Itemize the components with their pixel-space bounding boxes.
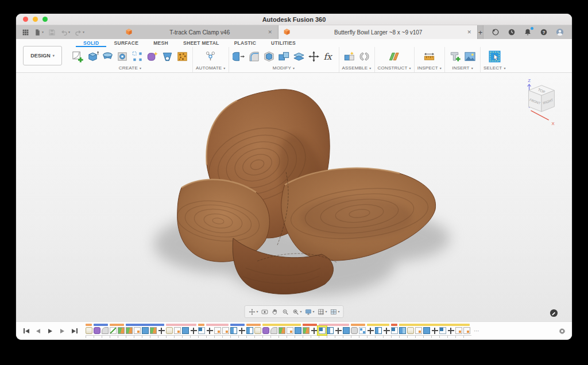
timeline-feature-flag[interactable] bbox=[439, 327, 446, 334]
group-menu-automate[interactable]: AUTOMATE▾ bbox=[196, 65, 226, 72]
timeline-feature-sketch[interactable] bbox=[287, 327, 293, 334]
group-menu-inspect[interactable]: INSPECT▾ bbox=[417, 65, 442, 72]
ribbon-tab-solid[interactable]: SOLID bbox=[76, 40, 106, 47]
loft-button[interactable] bbox=[160, 49, 175, 64]
timeline-feature-plane[interactable] bbox=[150, 327, 157, 334]
model-viewport[interactable]: Z X TOP FRONT RIGHT ▾▾▾▾▾ bbox=[16, 73, 572, 321]
move-copy-button[interactable] bbox=[307, 49, 321, 64]
construction-plane-button[interactable] bbox=[387, 49, 401, 64]
pan-button[interactable] bbox=[270, 308, 279, 316]
file-button[interactable]: ▾ bbox=[33, 28, 45, 37]
timeline-feature-plane[interactable] bbox=[126, 327, 133, 334]
timeline-feature-sketch[interactable] bbox=[455, 327, 462, 334]
timeline-feature-dots[interactable] bbox=[359, 327, 366, 334]
shell-button[interactable] bbox=[262, 49, 276, 64]
zoom-button[interactable] bbox=[281, 308, 289, 316]
history-clock-button[interactable] bbox=[506, 27, 517, 37]
insert-derive-button[interactable] bbox=[448, 49, 462, 64]
timeline-feature-sketch[interactable] bbox=[134, 327, 141, 334]
timeline-feature-form[interactable] bbox=[262, 327, 269, 334]
hole-button[interactable] bbox=[115, 49, 130, 64]
feedback-button[interactable] bbox=[550, 309, 558, 317]
notifications-bell-button[interactable] bbox=[523, 27, 533, 37]
timeline-feature-move[interactable] bbox=[206, 327, 213, 334]
timeline-feature-split[interactable] bbox=[246, 327, 253, 334]
timeline-feature-flag[interactable] bbox=[391, 327, 398, 334]
timeline-feature-fillet[interactable] bbox=[102, 327, 109, 334]
press-pull-button[interactable] bbox=[232, 49, 246, 64]
revolve-button[interactable] bbox=[100, 49, 115, 64]
step-forward-button[interactable] bbox=[58, 327, 67, 335]
group-menu-modify[interactable]: MODIFY▾ bbox=[273, 65, 295, 72]
go-to-start-button[interactable] bbox=[22, 327, 30, 335]
timeline-feature-move[interactable] bbox=[335, 327, 342, 334]
joint-button[interactable] bbox=[357, 49, 372, 64]
group-menu-insert[interactable]: INSERT▾ bbox=[452, 65, 473, 72]
timeline-feature-move[interactable] bbox=[158, 327, 165, 334]
timeline-feature-box[interactable] bbox=[407, 327, 414, 334]
timeline-feature-form-gray[interactable] bbox=[351, 327, 358, 334]
timeline-feature-move[interactable] bbox=[190, 327, 197, 334]
timeline-feature-plane[interactable] bbox=[278, 327, 285, 334]
extrude-button[interactable] bbox=[86, 49, 100, 64]
timeline-feature-combine[interactable] bbox=[399, 327, 406, 334]
viewports-button[interactable]: ▾ bbox=[330, 308, 341, 316]
document-tab-2[interactable]: Butterfly Bowl Larger ~8 x ~9 v107✕ bbox=[278, 25, 478, 39]
fillet-button[interactable] bbox=[247, 49, 261, 64]
look-at-button[interactable] bbox=[260, 308, 269, 316]
group-menu-select[interactable]: SELECT▾ bbox=[483, 65, 506, 72]
go-to-end-button[interactable] bbox=[70, 327, 79, 335]
orbit-button[interactable]: ▾ bbox=[247, 308, 258, 316]
close-tab-icon[interactable]: ✕ bbox=[466, 29, 473, 35]
timeline-feature-plane[interactable] bbox=[303, 327, 310, 334]
display-settings-button[interactable]: ▾ bbox=[304, 308, 315, 316]
ribbon-tab-utilities[interactable]: UTILITIES bbox=[264, 40, 303, 47]
timeline-feature-extrude[interactable] bbox=[423, 327, 430, 334]
timeline-feature-extrude[interactable] bbox=[182, 327, 189, 334]
save-button[interactable] bbox=[47, 28, 57, 37]
group-menu-create[interactable]: CREATE▾ bbox=[119, 65, 141, 72]
step-back-button[interactable] bbox=[34, 327, 42, 335]
close-tab-icon[interactable]: ✕ bbox=[266, 29, 273, 35]
create-sketch-button[interactable] bbox=[71, 49, 85, 64]
ribbon-tab-mesh[interactable]: MESH bbox=[146, 40, 176, 47]
timeline-feature-pen[interactable] bbox=[110, 327, 117, 334]
rectangular-pattern-button[interactable] bbox=[130, 49, 145, 64]
play-button[interactable] bbox=[46, 327, 55, 335]
timeline-feature-extrude[interactable] bbox=[142, 327, 149, 334]
timeline-feature-form[interactable] bbox=[94, 327, 100, 334]
timeline-feature-flag-selected[interactable] bbox=[319, 327, 326, 334]
timeline-feature-flag[interactable] bbox=[198, 327, 205, 334]
timeline-feature-move[interactable] bbox=[383, 327, 390, 334]
timeline-feature-move[interactable] bbox=[431, 327, 438, 334]
ribbon-tab-sheet-metal[interactable]: SHEET METAL bbox=[176, 40, 227, 47]
ribbon-tab-plastic[interactable]: PLASTIC bbox=[227, 40, 264, 47]
undo-button[interactable]: ▾ bbox=[59, 28, 71, 37]
timeline-feature-split[interactable] bbox=[327, 327, 334, 334]
new-document-tab-button[interactable]: + bbox=[478, 25, 483, 39]
redo-button[interactable]: ▾ bbox=[74, 28, 86, 37]
app-grid-button[interactable] bbox=[21, 28, 30, 37]
timeline-settings-button[interactable] bbox=[558, 327, 566, 335]
timeline-feature-move[interactable] bbox=[447, 327, 454, 334]
account-avatar-button[interactable] bbox=[555, 27, 565, 37]
group-menu-assemble[interactable]: ASSEMBLE▾ bbox=[342, 65, 372, 72]
timeline-feature-move[interactable] bbox=[311, 327, 318, 334]
timeline-feature-box[interactable] bbox=[86, 327, 92, 334]
volumetric-lattice-button[interactable] bbox=[175, 49, 189, 64]
timeline-feature-move[interactable] bbox=[367, 327, 374, 334]
timeline-feature-sketch[interactable] bbox=[174, 327, 181, 334]
workspace-switcher-button[interactable]: DESIGN ▾ bbox=[23, 46, 62, 65]
select-button[interactable] bbox=[488, 49, 502, 64]
measure-button[interactable] bbox=[422, 49, 436, 64]
split-body-button[interactable] bbox=[292, 49, 306, 64]
create-form-button[interactable] bbox=[145, 49, 160, 64]
timeline-feature-extrude[interactable] bbox=[295, 327, 301, 334]
timeline-feature-split[interactable] bbox=[375, 327, 382, 334]
timeline-feature-box[interactable] bbox=[166, 327, 173, 334]
new-component-button[interactable] bbox=[342, 49, 357, 64]
grid-snap-button[interactable]: ▾ bbox=[317, 308, 328, 316]
automate-button[interactable] bbox=[203, 49, 218, 64]
timeline-feature-split[interactable] bbox=[230, 327, 237, 334]
timeline-feature-plane[interactable] bbox=[118, 327, 125, 334]
